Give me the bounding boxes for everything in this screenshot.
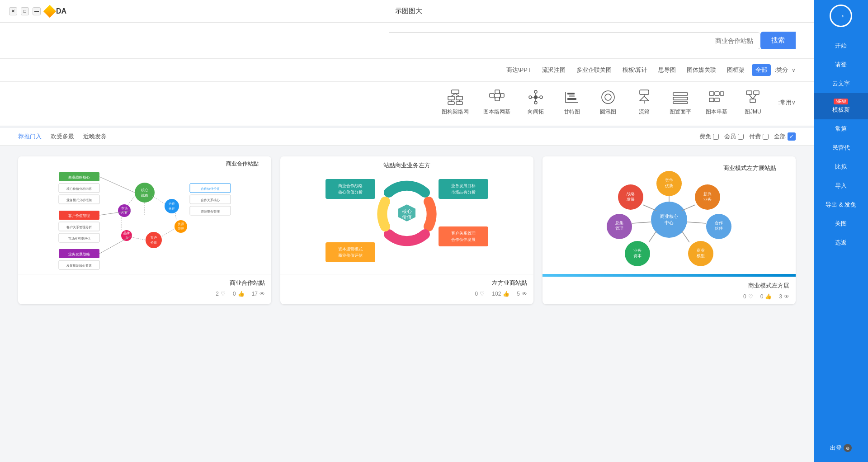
cat-item-uml[interactable]: 图JMU: [735, 86, 771, 118]
filter-type-all[interactable]: 全部: [752, 64, 771, 76]
sort-bar: ✓ 全部 付费 会员 费免 近晚发券 欢受多最 荐推门入: [0, 128, 814, 146]
maximize-button[interactable]: —: [33, 7, 41, 15]
thumbs-count-2: 102: [492, 291, 501, 297]
filter-type-social[interactable]: 图体媒关联: [683, 64, 720, 76]
sidebar-item-export[interactable]: 导出 & 发兔: [814, 195, 868, 214]
search-button[interactable]: 搜索: [760, 32, 796, 49]
filter-type-framework[interactable]: 图框架: [723, 64, 748, 76]
circle-icon: [600, 89, 616, 105]
svg-rect-10: [673, 93, 688, 95]
sidebar-item-back[interactable]: 选返: [814, 233, 868, 252]
svg-text:合作伙伴价值: 合作伙伴价值: [201, 187, 220, 191]
card-3[interactable]: 商业合作站點 商业战略核心 核心价值分析内容 业务模式分析框架 客户价值管理 客…: [18, 156, 271, 304]
card-2-stats: 👁 5 👍 102 ♡ 0: [287, 291, 527, 297]
search-area: 搜索: [0, 23, 814, 59]
filter-type-mindmap[interactable]: 思导图: [655, 64, 679, 76]
svg-text:资本: 资本: [633, 254, 642, 258]
cards-grid: 商业模式左方展站點 商业核心 中心 竞争 优势 新兴 业务: [18, 156, 796, 304]
sidebar-item-template[interactable]: NEW 模板新: [814, 93, 868, 119]
card-1-title: 商业模式左方展: [549, 282, 789, 290]
svg-line-143: [128, 196, 135, 205]
cat-item-circle[interactable]: 圆汛图: [590, 86, 626, 118]
sidebar-item-common[interactable]: 常第: [814, 119, 868, 138]
svg-text:市场: 市场: [121, 207, 127, 210]
sidebar-item-start[interactable]: 开始: [814, 36, 868, 55]
sidebar-item-label: 云文字: [832, 80, 850, 88]
thumbs-count-3: 0: [233, 291, 236, 297]
checkbox-member-input[interactable]: [738, 134, 744, 140]
sidebar-item-cloud[interactable]: 云文字: [814, 74, 868, 93]
collapse-category-button[interactable]: ∨: [792, 99, 796, 106]
main-content: ✕ □ — DA 示图图⼤ 搜索 ∨ 类分: 全部 图框架 图体媒关联 思导图 …: [0, 0, 814, 462]
svg-text:总集: 总集: [615, 221, 623, 225]
sidebar-item-label: 导入: [835, 182, 847, 190]
checkbox-member[interactable]: 会员: [724, 132, 744, 141]
svg-rect-43: [456, 96, 462, 100]
svg-line-136: [99, 236, 132, 254]
filter-type-ppt[interactable]: 商达\PPT: [503, 64, 535, 76]
logo: DA: [45, 7, 66, 16]
logo-text: DA: [56, 7, 66, 15]
card-1-image: 商业模式左方展站點 商业核心 中心 竞争 优势 新兴 业务: [542, 156, 796, 274]
cat-item-network-basic[interactable]: 图本络网基: [476, 86, 518, 118]
svg-rect-42: [448, 96, 454, 100]
svg-point-26: [540, 96, 542, 99]
sidebar-item-label: 选返: [835, 239, 847, 247]
svg-text:合作伙伴发展: 合作伙伴发展: [451, 237, 476, 242]
filter-type-enterprise[interactable]: 多业企联关图: [573, 64, 615, 76]
collapse-type-button[interactable]: ∨: [792, 67, 796, 73]
svg-text:业务: 业务: [703, 197, 712, 202]
sort-recommend-button[interactable]: 荐推门入: [18, 132, 42, 141]
cat-item-network-arch[interactable]: 图构架络网: [434, 86, 476, 118]
svg-point-25: [529, 96, 532, 99]
heart-icon-2: ♡: [480, 291, 485, 297]
cat-item-flat[interactable]: 图置面平: [662, 86, 698, 118]
svg-rect-96: [326, 242, 375, 262]
minimize-button[interactable]: □: [21, 7, 29, 15]
type-filter-label: 类分:: [774, 66, 788, 74]
filter-type-template[interactable]: 模板\算计: [619, 64, 651, 76]
checkbox-free[interactable]: 费免: [699, 132, 719, 141]
sidebar-item-private[interactable]: 民营代: [814, 138, 868, 157]
svg-rect-7: [720, 92, 724, 95]
likes-count-2: 0: [475, 291, 478, 297]
cat-item-direction[interactable]: 向间拓: [518, 86, 554, 118]
sidebar-item-login[interactable]: 请登: [814, 55, 868, 74]
svg-text:业务模式分析框架: 业务模式分析框架: [66, 198, 92, 202]
card-2-title: 左方业商站點: [287, 279, 527, 287]
checkbox-all[interactable]: ✓ 全部: [774, 132, 796, 141]
filter-type-flow[interactable]: 流沢注图: [538, 64, 569, 76]
checkbox-paid[interactable]: 付费: [749, 132, 769, 141]
cat-item-basic-serial[interactable]: 图本串基: [698, 86, 735, 118]
checkbox-free-input[interactable]: [713, 134, 719, 140]
sidebar-arrow-button[interactable]: →: [830, 5, 852, 27]
close-button[interactable]: ✕: [9, 7, 17, 15]
card-2[interactable]: 站點商业业务左方 核心 价值: [280, 156, 533, 304]
svg-point-24: [534, 95, 538, 99]
card-1[interactable]: 商业模式左方展站點 商业核心 中心 竞争 优势 新兴 业务: [542, 156, 796, 304]
svg-rect-9: [715, 98, 719, 102]
svg-rect-34: [495, 90, 500, 94]
search-bar: 搜索: [389, 32, 796, 49]
svg-text:新兴: 新兴: [703, 192, 712, 196]
sidebar-item-label: 民营代: [832, 144, 850, 152]
svg-line-80: [632, 222, 651, 223]
svg-rect-44: [448, 102, 454, 104]
svg-rect-90: [439, 179, 488, 199]
cat-item-flowchart[interactable]: 流箱: [626, 86, 662, 118]
sidebar-item-compare[interactable]: 比拟: [814, 157, 868, 176]
card-3-footer: 商业合作站點 👁 17 👍 0 ♡ 2: [18, 274, 271, 302]
cat-item-gantt[interactable]: 甘特图: [554, 86, 590, 118]
search-input[interactable]: [389, 32, 760, 49]
thumb-icon-3: 👍: [238, 291, 245, 297]
thumb-icon: 👍: [765, 293, 772, 300]
svg-line-79: [649, 231, 656, 242]
sidebar-item-import[interactable]: 导入: [814, 176, 868, 195]
sidebar-item-diagram[interactable]: 关图: [814, 214, 868, 233]
svg-rect-45: [456, 102, 462, 104]
checkbox-paid-input[interactable]: [763, 134, 769, 140]
views-count-3: 17: [252, 291, 258, 297]
cat-label-direction: 向间拓: [528, 108, 544, 116]
logout-button[interactable]: ⊖ 出登: [830, 438, 852, 457]
svg-rect-21: [567, 93, 575, 94]
